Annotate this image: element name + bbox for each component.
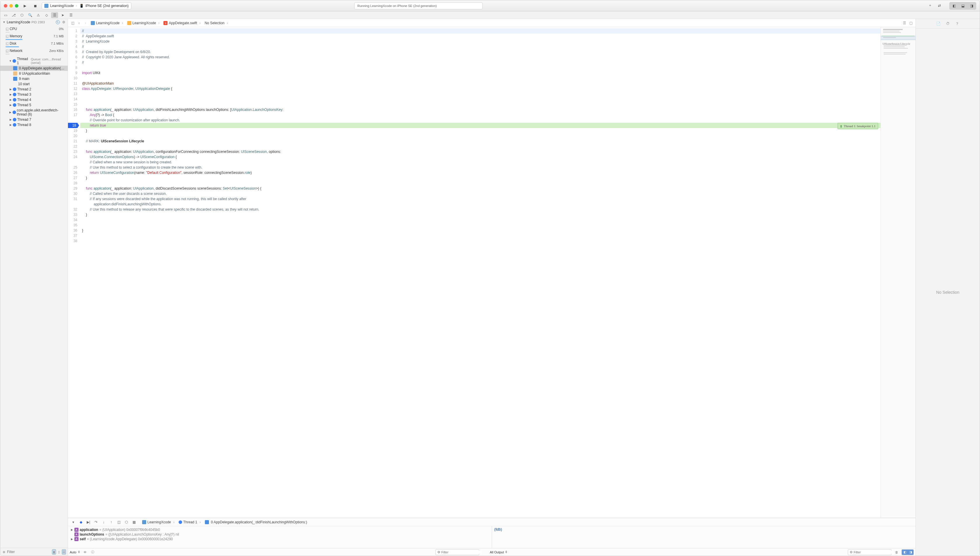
related-items-icon[interactable]: ◫ bbox=[70, 20, 76, 26]
code-line[interactable]: Any]?) -> Bool { // Override point for c… bbox=[80, 112, 880, 123]
filter-running-icon[interactable]: ▯ bbox=[57, 549, 61, 554]
code-content[interactable]: //// AppDelegate.swift// LearningXcode//… bbox=[80, 27, 880, 518]
quick-look-icon[interactable]: 👁 bbox=[82, 550, 88, 555]
show-variables-toggle[interactable]: ◧ bbox=[902, 550, 907, 555]
variables-filter-input[interactable] bbox=[441, 550, 482, 554]
line-number[interactable]: 20 bbox=[68, 133, 77, 139]
history-inspector-tab[interactable]: ⏱ bbox=[945, 21, 951, 27]
run-button[interactable]: ▶ bbox=[21, 2, 29, 9]
code-line[interactable]: } bbox=[80, 228, 880, 233]
debug-crumb-thread[interactable]: Thread 1 bbox=[177, 520, 202, 524]
test-nav-tab[interactable]: ◇ bbox=[43, 12, 50, 18]
code-line[interactable] bbox=[80, 133, 880, 139]
code-line[interactable] bbox=[80, 144, 880, 149]
process-header[interactable]: LearningXcode PID 2383 ↻ ⚙ bbox=[0, 19, 68, 25]
variable-row[interactable]: A launchOptions = ([UIApplication.Launch… bbox=[70, 532, 489, 537]
code-line[interactable] bbox=[80, 102, 880, 107]
clear-console-icon[interactable]: 🗑 bbox=[894, 550, 899, 555]
console-filter[interactable]: ⊙ bbox=[848, 549, 891, 555]
code-line[interactable]: return true▮Thread 1: breakpoint 1.1 bbox=[80, 123, 880, 128]
thread-row[interactable]: Thread 4 bbox=[0, 97, 68, 102]
console-filter-input[interactable] bbox=[854, 550, 894, 554]
back-button[interactable]: ‹ bbox=[76, 20, 82, 26]
code-line[interactable]: // bbox=[80, 28, 880, 34]
disclosure-icon[interactable] bbox=[9, 98, 12, 101]
show-console-toggle[interactable]: ◨ bbox=[907, 550, 914, 555]
source-editor[interactable]: 1234567891011121314151617181920212223242… bbox=[68, 27, 880, 518]
thread-row[interactable]: Thread 5 bbox=[0, 102, 68, 108]
gauge-row[interactable]: ◱ Network Zero KB/s bbox=[0, 48, 68, 54]
breakpoints-toggle-icon[interactable]: ◆ bbox=[77, 519, 84, 525]
line-number[interactable]: 6 bbox=[68, 55, 77, 60]
jump-file[interactable]: sAppDelegate.swift bbox=[162, 21, 202, 25]
code-review-button[interactable]: ⇄ bbox=[935, 2, 943, 9]
disclosure-icon[interactable] bbox=[9, 103, 12, 107]
step-into-button[interactable]: ↓ bbox=[100, 519, 107, 525]
line-number[interactable]: 5 bbox=[68, 49, 77, 55]
forward-button[interactable]: › bbox=[82, 20, 89, 26]
jump-group[interactable]: LearningXcode bbox=[126, 21, 162, 25]
code-line[interactable] bbox=[80, 223, 880, 228]
gauge-row[interactable]: ◱ CPU 0% bbox=[0, 26, 68, 32]
console-output-selector[interactable]: All Output ⇳ bbox=[490, 550, 508, 554]
code-line[interactable]: // LearningXcode bbox=[80, 39, 880, 44]
thread-row[interactable]: Thread 8 bbox=[0, 122, 68, 128]
variables-view[interactable]: A application = (UIApplication) 0x00007f… bbox=[68, 526, 492, 548]
file-inspector-tab[interactable]: 📄 bbox=[936, 21, 941, 27]
line-number[interactable]: 2 bbox=[68, 34, 77, 39]
toggle-navigator[interactable]: ◧ bbox=[950, 2, 958, 9]
disclosure-icon[interactable] bbox=[9, 123, 12, 126]
debug-crumb-frame[interactable]: 0 AppDelegate.application(_:didFinishLau… bbox=[203, 520, 311, 524]
code-line[interactable]: func application(_ application: UIApplic… bbox=[80, 149, 880, 154]
step-over-button[interactable]: ↷ bbox=[92, 519, 100, 525]
code-line[interactable] bbox=[80, 233, 880, 238]
navigator-filter-input[interactable] bbox=[7, 550, 51, 554]
continue-button[interactable]: ▶| bbox=[85, 519, 92, 525]
disclosure-icon[interactable] bbox=[9, 60, 12, 62]
step-out-button[interactable]: ↑ bbox=[108, 519, 115, 525]
code-line[interactable] bbox=[80, 91, 880, 97]
source-control-nav-tab[interactable]: ⎇ bbox=[10, 12, 17, 18]
line-number[interactable]: 31 bbox=[68, 196, 77, 202]
disclosure-icon[interactable] bbox=[9, 111, 12, 114]
code-line[interactable]: // Called when the user discards a scene… bbox=[80, 191, 880, 196]
variable-row[interactable]: A self = (LearningXcode.AppDelegate) 0x0… bbox=[70, 537, 489, 541]
line-number[interactable]: 8 bbox=[68, 65, 77, 70]
minimap-viewport[interactable] bbox=[881, 36, 915, 40]
zoom-window[interactable] bbox=[15, 4, 18, 8]
line-number[interactable]: 30 bbox=[68, 191, 77, 196]
line-number[interactable]: 1 bbox=[68, 28, 77, 34]
disclosure-icon[interactable] bbox=[9, 88, 12, 91]
code-line[interactable]: // Created by Apple Development on 6/8/2… bbox=[80, 49, 880, 55]
code-line[interactable]: // bbox=[80, 44, 880, 49]
filter-crashed-icon[interactable]: ▮ bbox=[52, 549, 56, 554]
breakpoint-nav-tab[interactable]: ➤ bbox=[59, 12, 66, 18]
project-nav-tab[interactable]: ▭ bbox=[2, 12, 9, 18]
line-number[interactable]: 13 bbox=[68, 91, 77, 97]
stack-frame-row[interactable]: 0 AppDelegate.application(_:didFin... bbox=[0, 66, 68, 71]
scheme-selector[interactable]: LearningXcode › 📱 iPhone SE (2nd generat… bbox=[42, 2, 131, 9]
thread-row[interactable]: Thread 7 bbox=[0, 117, 68, 122]
toggle-inspector[interactable]: ◨ bbox=[967, 2, 976, 9]
variables-scope-selector[interactable]: Auto ⇳ bbox=[70, 550, 80, 554]
issue-nav-tab[interactable]: ⚠ bbox=[35, 12, 42, 18]
line-number[interactable]: 19 bbox=[68, 128, 77, 133]
line-number[interactable]: 28 bbox=[68, 181, 77, 186]
line-number[interactable]: 21 bbox=[68, 139, 77, 144]
debug-view-icon[interactable]: ◫ bbox=[115, 519, 122, 525]
code-line[interactable]: @UIApplicationMain bbox=[80, 81, 880, 86]
code-line[interactable]: UIScene.ConnectionOptions) -> UISceneCon… bbox=[80, 154, 880, 165]
code-line[interactable] bbox=[80, 76, 880, 81]
thread-row[interactable]: Thread 2 bbox=[0, 87, 68, 92]
symbol-nav-tab[interactable]: ⬡ bbox=[18, 12, 25, 18]
editor-options-icon[interactable]: ☰ bbox=[901, 20, 907, 26]
filter-threads-icon[interactable]: ☰ bbox=[62, 549, 66, 554]
stop-button[interactable]: ◼ bbox=[31, 2, 39, 9]
code-line[interactable]: } bbox=[80, 128, 880, 133]
process-options-icon[interactable]: ⚙ bbox=[62, 20, 65, 24]
line-number[interactable]: 32 bbox=[68, 207, 77, 212]
line-number[interactable]: 23 bbox=[68, 149, 77, 154]
stack-frame-row[interactable]: 8 UIApplicationMain bbox=[0, 71, 68, 76]
debug-memory-icon[interactable]: ⬡ bbox=[123, 519, 130, 525]
code-line[interactable]: return UISceneConfiguration(name: "Defau… bbox=[80, 170, 880, 175]
